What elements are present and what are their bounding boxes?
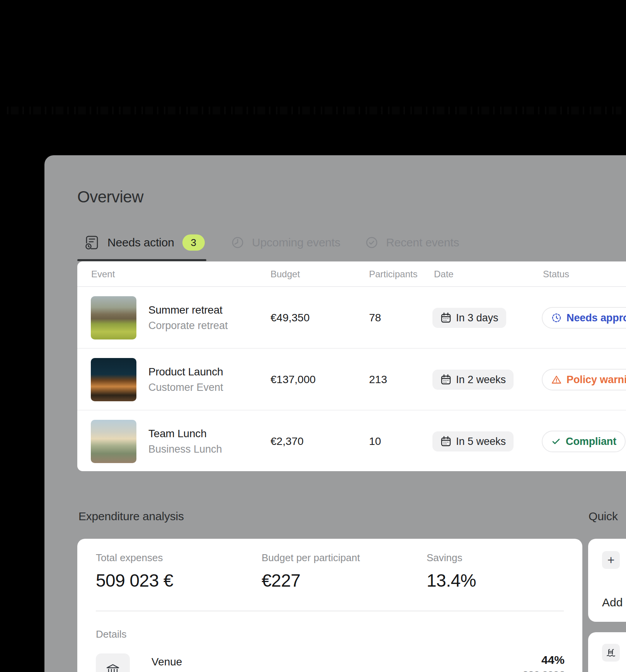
active-tab-underline — [77, 259, 206, 261]
budget-value: €49,350 — [270, 287, 310, 349]
tab-label: Upcoming events — [252, 236, 340, 249]
date-value: In 3 days — [456, 312, 498, 324]
tab-upcoming-events[interactable]: Upcoming events — [231, 233, 340, 252]
event-subtitle: Business Lunch — [148, 443, 222, 455]
expenditure-card: Total expenses 509 023 € Budget per part… — [77, 539, 582, 672]
table-row[interactable]: Team Lunch Business Lunch €2,370 10 — [77, 411, 626, 472]
expenditure-heading: Expenditure analysis — [78, 510, 184, 523]
stat-savings: Savings 13.4% — [427, 552, 476, 591]
tab-label: Needs action — [107, 236, 174, 249]
date-chip: In 5 weeks — [432, 431, 514, 451]
event-thumbnail — [91, 420, 136, 463]
date-chip: In 2 weeks — [432, 370, 514, 390]
status-badge: Policy warning — [542, 369, 626, 390]
quick-icon-button[interactable] — [602, 644, 620, 662]
date-value: In 5 weeks — [456, 436, 506, 448]
participants-value: 10 — [369, 411, 381, 472]
quick-add-card[interactable]: + Add — [588, 539, 626, 622]
table-header: Event Budget Participants Date Status — [77, 261, 626, 287]
plus-icon: + — [607, 553, 615, 567]
calendar-icon — [440, 373, 452, 386]
calendar-icon — [440, 312, 452, 324]
column-header-date: Date — [434, 261, 454, 287]
event-thumbnail — [91, 296, 136, 339]
needs-action-count-badge: 3 — [182, 234, 205, 251]
quick-secondary-card[interactable] — [588, 632, 626, 672]
stat-value: 13.4% — [427, 570, 476, 591]
tab-label: Recent events — [386, 236, 459, 249]
details-label: Details — [96, 628, 126, 640]
event-title: Product Launch — [148, 366, 223, 378]
event-subtitle: Corporate retreat — [148, 320, 228, 332]
budget-value: €2,370 — [270, 411, 304, 472]
stat-budget-per-participant: Budget per participant €227 — [262, 552, 360, 591]
stat-value: 509 023 € — [96, 570, 173, 591]
event-subtitle: Customer Event — [148, 382, 223, 394]
add-label[interactable]: Add — [602, 596, 623, 609]
detail-row-label: Venue — [151, 656, 182, 668]
participants-value: 213 — [369, 349, 387, 411]
date-value: In 2 weeks — [456, 374, 506, 386]
check-icon — [551, 436, 561, 446]
warning-triangle-icon — [551, 374, 562, 385]
quick-heading: Quick — [589, 510, 618, 523]
column-header-status: Status — [543, 261, 569, 287]
tab-recent-events[interactable]: Recent events — [365, 233, 459, 252]
divider — [96, 611, 564, 611]
detail-row-percent: 44% — [541, 653, 565, 667]
dimmed-background-artifact — [7, 107, 621, 114]
check-circle-icon — [365, 236, 379, 249]
clock-icon — [231, 236, 245, 249]
stat-value: €227 — [262, 570, 360, 591]
tab-needs-action[interactable]: Needs action 3 — [85, 233, 205, 252]
event-title: Summer retreat — [148, 304, 228, 316]
column-header-event: Event — [91, 261, 115, 287]
status-badge: Compliant — [542, 431, 626, 452]
event-thumbnail — [91, 358, 136, 401]
detail-row-amount: 226 000€ — [523, 669, 565, 672]
needs-action-table: Event Budget Participants Date Status Su… — [77, 261, 626, 471]
pending-clock-icon — [551, 312, 562, 323]
bank-icon — [105, 662, 121, 672]
date-chip: In 3 days — [432, 308, 506, 328]
stat-total-expenses: Total expenses 509 023 € — [96, 552, 173, 591]
screen: Overview Needs action 3 Upcoming events — [0, 0, 626, 672]
table-row[interactable]: Product Launch Customer Event €137,000 2… — [77, 349, 626, 411]
add-button[interactable]: + — [602, 551, 620, 569]
column-header-budget: Budget — [270, 261, 300, 287]
table-row[interactable]: Summer retreat Corporate retreat €49,350… — [77, 287, 626, 349]
participants-value: 78 — [369, 287, 381, 349]
event-title: Team Lunch — [148, 428, 222, 440]
calendar-icon — [440, 435, 452, 448]
document-clock-icon — [85, 234, 99, 251]
venue-category-tile — [96, 653, 130, 672]
pool-ladder-icon — [606, 648, 616, 658]
column-header-participants: Participants — [369, 261, 417, 287]
status-badge: Needs approval — [542, 307, 626, 329]
page-title: Overview — [77, 188, 143, 206]
budget-value: €137,000 — [270, 349, 316, 411]
